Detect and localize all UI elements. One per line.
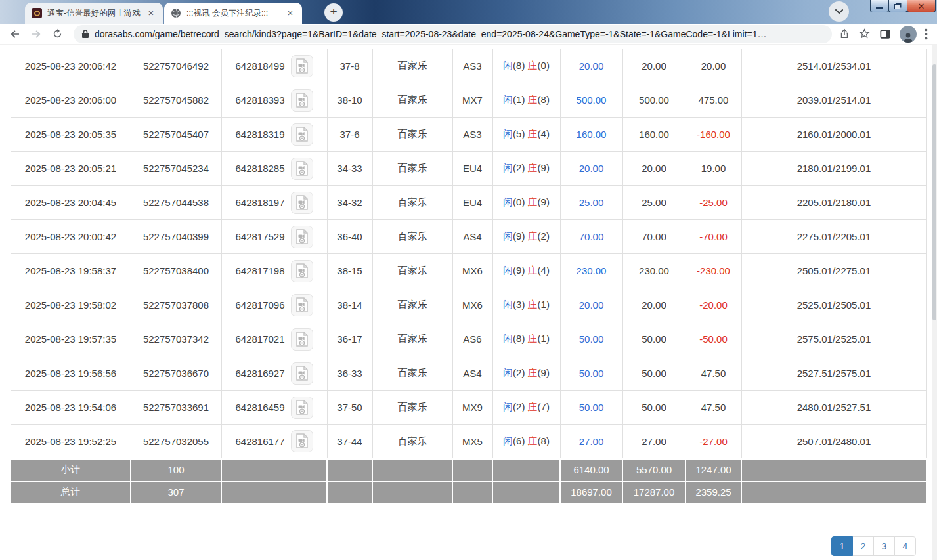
video-replay-button[interactable] — [291, 226, 313, 248]
scrollbar-thumb[interactable] — [932, 64, 936, 320]
game-name: 百家乐 — [372, 186, 452, 220]
restore-button[interactable] — [888, 0, 907, 12]
close-icon: ✕ — [918, 1, 925, 12]
bet-amount-link[interactable]: 230.00 — [577, 265, 607, 276]
tab-search-button[interactable] — [829, 1, 849, 22]
bet-amount-link[interactable]: 20.00 — [579, 299, 604, 311]
bet-amount-link[interactable]: 25.00 — [579, 197, 604, 208]
bet-id: 522757045407 — [131, 118, 221, 152]
video-replay-button[interactable] — [291, 55, 313, 77]
video-replay-button[interactable] — [291, 123, 313, 146]
total-count: 307 — [131, 481, 221, 504]
win-loss: -160.00 — [686, 118, 741, 152]
bet-amount-link[interactable]: 50.00 — [579, 368, 604, 379]
bet-amount-link[interactable]: 50.00 — [579, 402, 604, 413]
kebab-menu-icon[interactable] — [925, 28, 928, 40]
minimize-button[interactable] — [870, 0, 889, 12]
game-name: 百家乐 — [372, 254, 452, 288]
page-button-4[interactable]: 4 — [894, 536, 916, 556]
bet-amount-cell: 50.00 — [560, 391, 622, 425]
video-replay-button[interactable] — [291, 192, 313, 214]
window-titlebar: 通宝-信誉最好的网上游戏平台 × :::视讯 会员下注纪录::: × + ✕ — [0, 0, 937, 24]
bet-amount-link[interactable]: 70.00 — [579, 231, 604, 242]
round-id: 642816177 — [235, 436, 284, 447]
bet-amount-link[interactable]: 500.00 — [577, 95, 607, 106]
browser-tab-home[interactable]: 通宝-信誉最好的网上游戏平台 × — [25, 3, 163, 24]
refresh-button[interactable] — [49, 26, 66, 43]
url-omnibox[interactable]: dorasabs.com/game/betrecord_search/kind3… — [74, 25, 832, 43]
win-loss: 47.50 — [686, 356, 741, 391]
win-loss: -27.00 — [686, 425, 741, 459]
video-replay-button[interactable] — [291, 294, 313, 316]
close-button[interactable]: ✕ — [907, 0, 936, 12]
banker-score: (7) — [538, 401, 550, 412]
valid-amount: 27.00 — [622, 425, 686, 459]
bet-id: 522757046492 — [131, 49, 221, 83]
bet-amount-cell: 20.00 — [560, 152, 622, 186]
round-id-cell: 642818319 — [221, 118, 327, 152]
footer-empty-cell — [327, 481, 372, 504]
player-label: 闲 — [503, 94, 513, 105]
page-button-1[interactable]: 1 — [831, 536, 853, 556]
round-id-cell: 642817198 — [221, 254, 327, 288]
bet-amount-link[interactable]: 20.00 — [579, 60, 604, 72]
forward-button[interactable] — [28, 26, 45, 43]
round-id: 642818285 — [235, 163, 284, 174]
balance: 2160.01/2000.01 — [741, 118, 926, 152]
table-row: 2025-08-23 20:04:45522757044538642818197… — [11, 186, 926, 220]
round-id-cell: 642816927 — [221, 356, 327, 391]
banker-score: (4) — [538, 265, 550, 276]
browser-tab-betrecord[interactable]: :::视讯 会员下注纪录::: × — [164, 3, 302, 24]
new-tab-button[interactable]: + — [324, 3, 343, 22]
avatar[interactable] — [900, 26, 917, 43]
bet-id: 522757038400 — [131, 254, 221, 288]
video-record-icon — [295, 297, 309, 313]
tab-close-icon[interactable]: × — [285, 8, 295, 18]
tab-close-icon[interactable]: × — [146, 8, 156, 18]
video-replay-button[interactable] — [291, 328, 313, 351]
bet-amount-link[interactable]: 50.00 — [579, 334, 604, 345]
bet-amount-link[interactable]: 27.00 — [579, 436, 604, 447]
video-replay-button[interactable] — [291, 89, 313, 112]
total-win: 2359.25 — [686, 481, 741, 504]
win-loss: 47.50 — [686, 391, 741, 425]
round-id: 642816459 — [235, 402, 284, 413]
side-panel-icon[interactable] — [879, 28, 892, 41]
win-loss: 19.00 — [686, 152, 741, 186]
player-label: 闲 — [503, 367, 513, 378]
valid-amount: 500.00 — [622, 83, 686, 118]
video-record-icon — [295, 161, 309, 177]
page-button-2[interactable]: 2 — [852, 536, 874, 556]
win-loss: -230.00 — [686, 254, 741, 288]
refresh-icon — [52, 28, 63, 39]
video-replay-button[interactable] — [291, 397, 313, 419]
bet-amount-link[interactable]: 160.00 — [577, 129, 607, 140]
bet-time: 2025-08-23 19:58:37 — [11, 254, 131, 288]
game-name: 百家乐 — [372, 49, 452, 83]
video-record-icon — [295, 93, 309, 108]
star-bookmark-icon[interactable] — [858, 28, 871, 40]
round-id-cell: 642817529 — [221, 220, 327, 254]
page-button-3[interactable]: 3 — [873, 536, 895, 556]
bet-amount-link[interactable]: 20.00 — [579, 163, 604, 174]
share-icon[interactable] — [839, 28, 850, 40]
round-id: 642817021 — [235, 334, 284, 345]
bet-id: 522757037342 — [131, 322, 221, 356]
round-id: 642818499 — [235, 60, 284, 72]
table-round: 38-15 — [327, 254, 372, 288]
vertical-scrollbar[interactable] — [932, 45, 937, 560]
valid-amount: 50.00 — [622, 391, 686, 425]
table-round: 34-32 — [327, 186, 372, 220]
round-id: 642816927 — [235, 368, 284, 379]
video-replay-button[interactable] — [291, 362, 313, 385]
balance: 2205.01/2180.01 — [741, 186, 926, 220]
back-button[interactable] — [7, 26, 24, 43]
banker-label: 庄 — [528, 60, 538, 71]
video-replay-button[interactable] — [291, 260, 313, 282]
footer-empty-cell — [452, 459, 492, 481]
secure-lock-icon[interactable] — [81, 29, 89, 39]
footer-empty-cell — [452, 481, 492, 504]
game-result: 闲(0) 庄(9) — [492, 186, 560, 220]
video-replay-button[interactable] — [291, 158, 313, 180]
video-replay-button[interactable] — [291, 430, 313, 452]
